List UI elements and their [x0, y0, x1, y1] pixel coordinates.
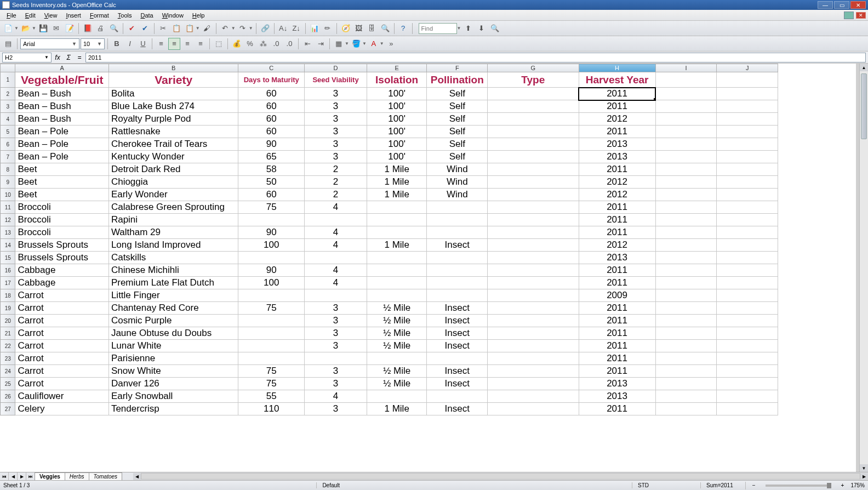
- cell[interactable]: [717, 88, 778, 100]
- cell[interactable]: 2011: [579, 277, 655, 289]
- cell[interactable]: Carrot: [15, 327, 109, 340]
- maximize-button[interactable]: ▭: [834, 1, 849, 9]
- cell[interactable]: 75: [238, 365, 305, 378]
- doc-close-button[interactable]: ✕: [856, 12, 866, 19]
- spellcheck-button[interactable]: ✔: [126, 22, 138, 35]
- cell[interactable]: Chioggia: [108, 176, 238, 189]
- cell[interactable]: Bean – Pole: [15, 138, 109, 151]
- cell[interactable]: [427, 390, 488, 403]
- cell[interactable]: 3: [305, 327, 367, 340]
- row-head[interactable]: 26: [1, 390, 15, 403]
- cell[interactable]: 75: [238, 378, 305, 390]
- cell[interactable]: Little Finger: [108, 289, 238, 302]
- cell[interactable]: 2011: [579, 365, 655, 378]
- copy-button[interactable]: 📋: [170, 22, 182, 35]
- cell[interactable]: 2011: [579, 163, 655, 176]
- col-B[interactable]: B: [108, 64, 238, 72]
- gallery-button[interactable]: 🖼: [353, 22, 365, 35]
- cell[interactable]: [427, 277, 488, 289]
- cell[interactable]: [305, 252, 367, 264]
- cell[interactable]: Insect: [427, 239, 488, 252]
- chart-button[interactable]: 📊: [309, 22, 321, 35]
- cell[interactable]: 2013: [579, 378, 655, 390]
- cell[interactable]: [427, 252, 488, 264]
- cell[interactable]: 2011: [579, 226, 655, 239]
- decrease-indent-button[interactable]: ⇤: [301, 38, 313, 50]
- cell[interactable]: 3: [305, 378, 367, 390]
- cell[interactable]: [717, 201, 778, 214]
- cell[interactable]: 4: [305, 277, 367, 289]
- cell[interactable]: Early Wonder: [108, 189, 238, 201]
- cell[interactable]: 2: [305, 189, 367, 201]
- cell[interactable]: [655, 100, 717, 113]
- cell[interactable]: [305, 352, 367, 365]
- cell[interactable]: 60: [238, 88, 305, 100]
- col-F[interactable]: F: [427, 64, 488, 72]
- sheet-tab-herbs[interactable]: Herbs: [65, 472, 89, 480]
- cell[interactable]: [717, 302, 778, 315]
- cell[interactable]: [488, 252, 579, 264]
- cell[interactable]: [488, 264, 579, 277]
- cell[interactable]: Insect: [427, 327, 488, 340]
- cell[interactable]: [717, 189, 778, 201]
- cell[interactable]: [717, 239, 778, 252]
- cell[interactable]: 2012: [579, 239, 655, 252]
- align-right-button[interactable]: ≡: [181, 38, 193, 50]
- row-head[interactable]: 24: [1, 365, 15, 378]
- hyperlink-button[interactable]: 🔗: [259, 22, 271, 35]
- cell[interactable]: [238, 289, 305, 302]
- cell[interactable]: [717, 264, 778, 277]
- cell[interactable]: 2012: [579, 189, 655, 201]
- scroll-up-button[interactable]: ▲: [860, 64, 868, 71]
- sheet-grid[interactable]: A B C D E F G H I J 1 Vegetable/Fruit Va…: [0, 64, 856, 472]
- cell[interactable]: 2011: [579, 315, 655, 327]
- cell[interactable]: [427, 214, 488, 226]
- cell[interactable]: Wind: [427, 189, 488, 201]
- cell[interactable]: Royalty Purple Pod: [108, 113, 238, 126]
- row-head[interactable]: 22: [1, 340, 15, 352]
- styles-button[interactable]: ▤: [2, 38, 14, 50]
- tab-next-button[interactable]: ▶: [18, 472, 26, 480]
- cell[interactable]: Jaune Obtuse du Doubs: [108, 327, 238, 340]
- cell[interactable]: Bean – Bush: [15, 100, 109, 113]
- tab-last-button[interactable]: ⏭: [26, 472, 35, 480]
- cell[interactable]: Carrot: [15, 378, 109, 390]
- cell[interactable]: [655, 151, 717, 163]
- cell[interactable]: [717, 289, 778, 302]
- row-head[interactable]: 19: [1, 302, 15, 315]
- cell[interactable]: 4: [305, 201, 367, 214]
- cell[interactable]: 3: [305, 100, 367, 113]
- find-input[interactable]: [419, 23, 457, 34]
- cell[interactable]: [717, 340, 778, 352]
- cell[interactable]: Broccoli: [15, 226, 109, 239]
- cell[interactable]: Early Snowball: [108, 390, 238, 403]
- cell[interactable]: 2011: [579, 340, 655, 352]
- cell[interactable]: [717, 163, 778, 176]
- row-head[interactable]: 9: [1, 176, 15, 189]
- cell[interactable]: [427, 264, 488, 277]
- cell[interactable]: [717, 403, 778, 415]
- col-I[interactable]: I: [655, 64, 717, 72]
- cell[interactable]: Insect: [427, 340, 488, 352]
- navigator-button[interactable]: 🧭: [340, 22, 352, 35]
- cell[interactable]: Parisienne: [108, 352, 238, 365]
- cell[interactable]: ½ Mile: [367, 340, 427, 352]
- cell[interactable]: 90: [238, 226, 305, 239]
- row-head[interactable]: 13: [1, 226, 15, 239]
- cell[interactable]: Carrot: [15, 289, 109, 302]
- cell[interactable]: [488, 189, 579, 201]
- cell[interactable]: [488, 100, 579, 113]
- cell[interactable]: [367, 289, 427, 302]
- cell[interactable]: [238, 315, 305, 327]
- cell[interactable]: [655, 201, 717, 214]
- cell[interactable]: [717, 151, 778, 163]
- cell[interactable]: 100': [367, 113, 427, 126]
- cell[interactable]: Bean – Bush: [15, 88, 109, 100]
- cell[interactable]: [655, 264, 717, 277]
- cell[interactable]: Cherokee Trail of Tears: [108, 138, 238, 151]
- cell[interactable]: Insect: [427, 378, 488, 390]
- cell[interactable]: ½ Mile: [367, 327, 427, 340]
- cell[interactable]: [427, 289, 488, 302]
- help-button[interactable]: ?: [397, 22, 409, 35]
- cell[interactable]: Beet: [15, 163, 109, 176]
